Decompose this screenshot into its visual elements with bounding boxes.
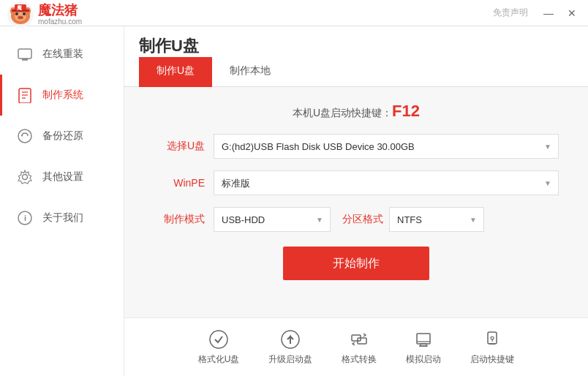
svg-point-24: [210, 331, 227, 348]
mode-label: 制作模式: [154, 213, 205, 226]
shortcut-hint: 本机U盘启动快捷键：F12: [154, 102, 559, 121]
app-name: 魔法猪: [38, 4, 82, 18]
start-button[interactable]: 开始制作: [283, 247, 429, 280]
convert-icon: [348, 328, 370, 350]
logo-area: 魔 魔法猪 mofazhu.com: [7, 1, 82, 28]
usb-select-wrapper: G:(hd2)USB Flash Disk USB Device 30.00GB: [214, 134, 559, 159]
usb-select[interactable]: G:(hd2)USB Flash Disk USB Device 30.00GB: [214, 134, 559, 159]
simulate-label: 模拟启动: [406, 353, 441, 366]
svg-rect-16: [19, 89, 31, 103]
convert-label: 格式转换: [342, 353, 377, 366]
sidebar-label-settings: 其他设置: [42, 170, 83, 184]
svg-text:魔: 魔: [16, 4, 23, 10]
svg-point-3: [15, 12, 18, 15]
upgrade-icon: [279, 328, 301, 350]
about-icon: i: [15, 208, 35, 228]
svg-point-7: [21, 17, 23, 18]
shortcut-icon: [481, 328, 503, 350]
sidebar-item-about[interactable]: i 关于我们: [0, 198, 124, 238]
partition-select-wrapper: NTFS: [389, 207, 484, 232]
sidebar-item-settings[interactable]: 其他设置: [0, 157, 124, 198]
toolbar-item-shortcut[interactable]: 启动快捷键: [470, 328, 514, 366]
free-label[interactable]: 免责声明: [493, 7, 528, 19]
sidebar-item-system[interactable]: 制作系统: [0, 75, 124, 116]
page-title-bar: 制作U盘: [124, 26, 588, 57]
toolbar-item-upgrade[interactable]: 升级启动盘: [268, 328, 312, 366]
format-label: 格式化U盘: [198, 353, 240, 366]
winpe-label: WinPE: [154, 177, 205, 189]
simulate-icon: [412, 328, 434, 350]
mode-select-wrapper: USB-HDD: [214, 207, 331, 232]
partition-select[interactable]: NTFS: [389, 207, 484, 232]
svg-rect-32: [488, 332, 497, 344]
settings-icon: [15, 167, 35, 187]
svg-rect-28: [417, 334, 430, 344]
sidebar-item-backup[interactable]: 备份还原: [0, 116, 124, 157]
form-area: 本机U盘启动快捷键：F12 选择U盘 G:(hd2)USB Flash Disk…: [124, 87, 588, 317]
tabs-bar: 制作U盘 制作本地: [124, 57, 588, 87]
sidebar-label-about: 关于我们: [42, 211, 83, 225]
main-container: 在线重装 制作系统 备份还原 其他设置 i 关于我们: [0, 26, 588, 376]
sidebar-label-backup: 备份还原: [42, 129, 83, 143]
mode-select[interactable]: USB-HDD: [214, 207, 331, 232]
shortcut-key: F12: [392, 102, 420, 120]
page-title: 制作U盘: [139, 37, 199, 55]
svg-point-33: [491, 336, 494, 339]
partition-label: 分区格式: [342, 213, 383, 226]
content-area: 制作U盘 制作U盘 制作本地 本机U盘启动快捷键：F12 选择U盘 G:(hd2…: [124, 26, 588, 376]
usb-label: 选择U盘: [154, 140, 205, 153]
logo-icon: 魔: [7, 1, 34, 28]
sidebar-item-online[interactable]: 在线重装: [0, 34, 124, 75]
usb-row: 选择U盘 G:(hd2)USB Flash Disk USB Device 30…: [154, 134, 559, 159]
system-icon: [15, 85, 35, 105]
shortcut-text: 本机U盘启动快捷键：: [293, 107, 392, 119]
title-bar: 魔 魔法猪 mofazhu.com 免责声明 — ✕: [0, 0, 588, 26]
mode-row: 制作模式 USB-HDD 分区格式 NTFS: [154, 207, 559, 232]
svg-point-20: [18, 129, 31, 143]
bottom-toolbar: 格式化U盘 升级启动盘 格式转换 模拟启动: [124, 317, 588, 376]
backup-icon: [15, 126, 35, 146]
svg-point-21: [23, 175, 28, 180]
shortcut-key-label: 启动快捷键: [470, 353, 514, 366]
upgrade-label: 升级启动盘: [268, 353, 312, 366]
svg-rect-13: [18, 49, 31, 59]
tab-make-local[interactable]: 制作本地: [212, 57, 288, 87]
close-button[interactable]: ✕: [562, 4, 582, 22]
site-label: mofazhu.com: [38, 18, 82, 26]
sidebar: 在线重装 制作系统 备份还原 其他设置 i 关于我们: [0, 26, 124, 376]
sidebar-label-online: 在线重装: [42, 48, 83, 61]
winpe-select[interactable]: 标准版: [214, 170, 559, 195]
title-bar-actions: 免责声明 — ✕: [493, 4, 582, 22]
svg-point-5: [18, 16, 23, 20]
online-icon: [15, 44, 35, 64]
svg-text:i: i: [24, 214, 26, 222]
tab-make-usb[interactable]: 制作U盘: [139, 57, 212, 87]
sidebar-label-system: 制作系统: [42, 89, 83, 102]
toolbar-item-convert[interactable]: 格式转换: [342, 328, 377, 366]
winpe-select-wrapper: 标准版: [214, 170, 559, 195]
minimize-button[interactable]: —: [538, 4, 559, 22]
format-icon: [208, 328, 230, 350]
svg-point-6: [19, 17, 20, 18]
winpe-row: WinPE 标准版: [154, 170, 559, 195]
svg-point-4: [23, 12, 26, 15]
toolbar-item-simulate[interactable]: 模拟启动: [406, 328, 441, 366]
toolbar-item-format[interactable]: 格式化U盘: [198, 328, 240, 366]
